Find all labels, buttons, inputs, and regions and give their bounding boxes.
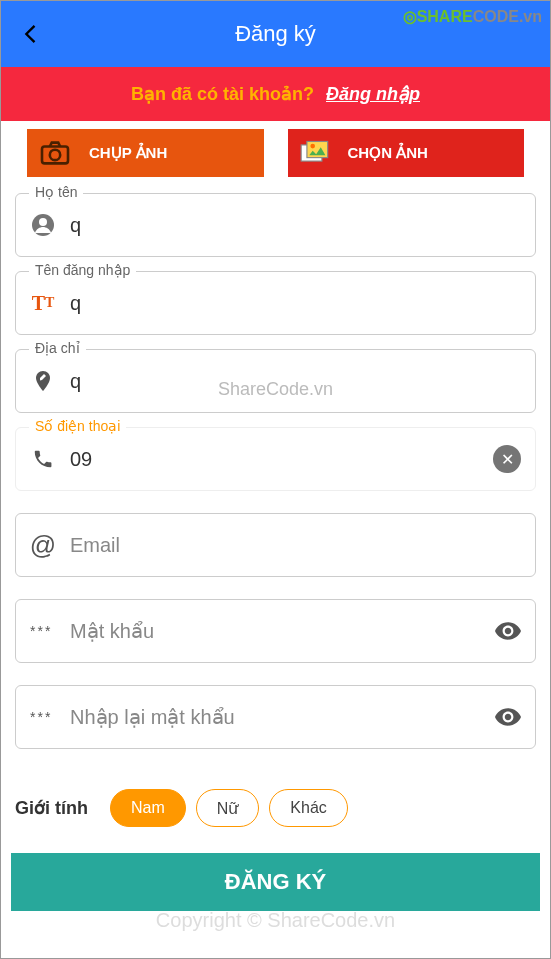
person-icon xyxy=(30,213,56,237)
password-input[interactable] xyxy=(70,620,481,643)
eye-icon[interactable] xyxy=(495,708,521,726)
email-field[interactable]: @ xyxy=(15,513,536,577)
fullname-input[interactable] xyxy=(70,214,521,237)
clear-icon[interactable]: ✕ xyxy=(493,445,521,473)
at-icon: @ xyxy=(30,530,56,561)
fullname-label: Họ tên xyxy=(29,184,83,200)
phone-field[interactable]: ✕ xyxy=(15,427,536,491)
camera-icon xyxy=(39,140,71,166)
choose-photo-button[interactable]: CHỌN ẢNH xyxy=(288,129,525,177)
phone-icon xyxy=(30,448,56,470)
login-banner: Bạn đã có tài khoản? Đăng nhập xyxy=(1,67,550,121)
password-dots-icon: *** xyxy=(30,623,56,639)
svg-point-1 xyxy=(50,150,60,160)
svg-point-6 xyxy=(39,218,47,226)
gender-label: Giới tính xyxy=(15,797,88,819)
choose-photo-label: CHỌN ẢNH xyxy=(348,144,428,162)
app-header: Đăng ký ◎SHARECODE.vn xyxy=(1,1,550,67)
address-input[interactable] xyxy=(70,370,521,393)
gallery-icon xyxy=(300,140,330,166)
text-icon: TT xyxy=(30,292,56,315)
gender-option-male[interactable]: Nam xyxy=(110,789,186,827)
username-field[interactable]: TT xyxy=(15,271,536,335)
phone-input[interactable] xyxy=(70,448,479,471)
login-link[interactable]: Đăng nhập xyxy=(326,83,420,105)
address-field[interactable] xyxy=(15,349,536,413)
username-label: Tên đăng nhập xyxy=(29,262,136,278)
gender-option-other[interactable]: Khác xyxy=(269,789,347,827)
svg-point-4 xyxy=(310,144,315,149)
register-button[interactable]: ĐĂNG KÝ xyxy=(11,853,540,911)
capture-photo-label: CHỤP ẢNH xyxy=(89,144,167,162)
password-dots-icon: *** xyxy=(30,709,56,725)
location-edit-icon xyxy=(30,369,56,393)
watermark-bottom: Copyright © ShareCode.vn xyxy=(156,909,395,932)
gender-row: Giới tính Nam Nữ Khác xyxy=(1,763,550,853)
sharecode-logo: ◎SHARECODE.vn xyxy=(403,7,542,26)
login-prompt: Bạn đã có tài khoản? xyxy=(131,83,314,105)
eye-icon[interactable] xyxy=(495,622,521,640)
back-arrow-icon[interactable] xyxy=(17,20,45,48)
confirm-password-field[interactable]: *** xyxy=(15,685,536,749)
fullname-field[interactable] xyxy=(15,193,536,257)
email-input[interactable] xyxy=(70,534,521,557)
password-field[interactable]: *** xyxy=(15,599,536,663)
address-label: Địa chỉ xyxy=(29,340,86,356)
capture-photo-button[interactable]: CHỤP ẢNH xyxy=(27,129,264,177)
page-title: Đăng ký xyxy=(235,21,316,47)
username-input[interactable] xyxy=(70,292,521,315)
gender-option-female[interactable]: Nữ xyxy=(196,789,260,827)
confirm-password-input[interactable] xyxy=(70,706,481,729)
phone-label: Số điện thoại xyxy=(29,418,126,434)
